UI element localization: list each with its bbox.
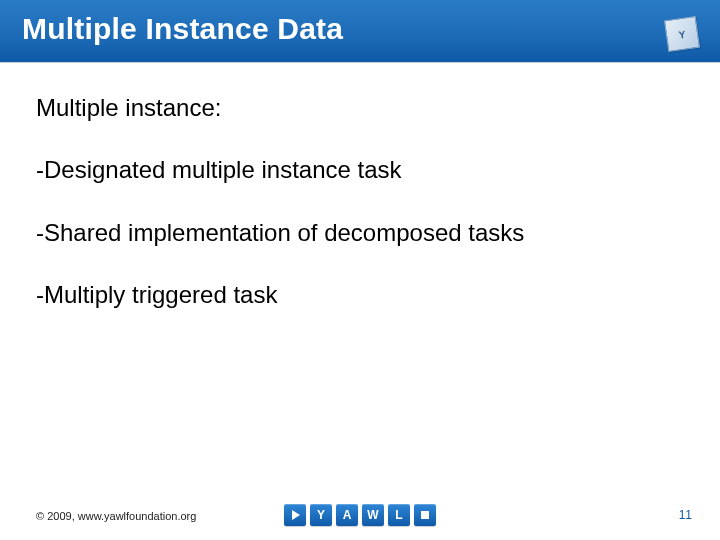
yawl-letter: W (367, 508, 378, 522)
stop-icon (414, 504, 436, 526)
yawl-letter: A (343, 508, 352, 522)
page-number: 11 (679, 508, 692, 522)
yawl-letter-box: W (362, 504, 384, 526)
yawl-footer-logo: Y A W L (284, 504, 436, 526)
title-bar: Multiple Instance Data Y (0, 0, 720, 62)
bullet-item: -Multiply triggered task (36, 279, 684, 311)
slide-title: Multiple Instance Data (22, 12, 343, 46)
yawl-letter-box: Y (310, 504, 332, 526)
content-heading: Multiple instance: (36, 92, 684, 124)
slide: Multiple Instance Data Y Multiple instan… (0, 0, 720, 540)
yawl-letter: Y (317, 508, 325, 522)
yawl-letter-box: L (388, 504, 410, 526)
svg-rect-1 (421, 511, 429, 519)
play-icon (284, 504, 306, 526)
yawl-logo-letter: Y (678, 28, 686, 40)
content-area: Multiple instance: -Designated multiple … (36, 92, 684, 342)
yawl-logo-icon: Y (664, 16, 700, 52)
yawl-letter: L (395, 508, 402, 522)
yawl-letter-box: A (336, 504, 358, 526)
svg-marker-0 (292, 510, 300, 520)
copyright-text: © 2009, www.yawlfoundation.org (36, 510, 196, 522)
footer: © 2009, www.yawlfoundation.org Y A W L 1… (0, 500, 720, 540)
bullet-item: -Designated multiple instance task (36, 154, 684, 186)
bullet-item: -Shared implementation of decomposed tas… (36, 217, 684, 249)
